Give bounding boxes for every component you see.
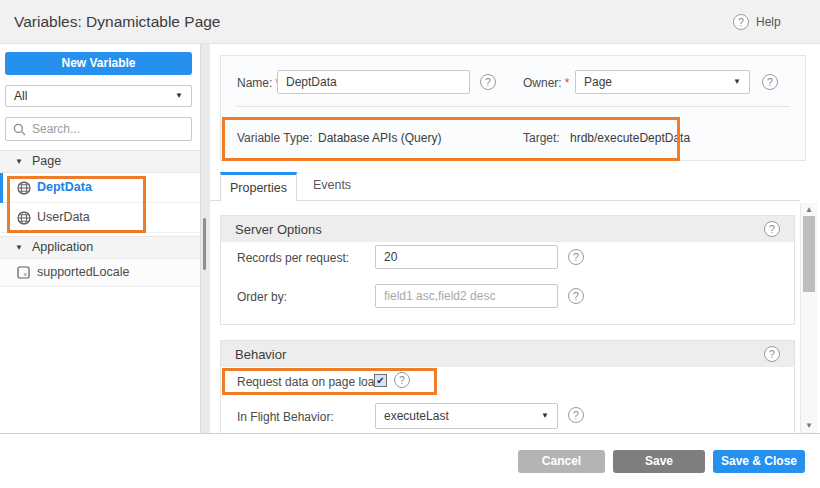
selected-indicator: [0, 173, 3, 203]
sidebar-item-label: DeptData: [37, 173, 92, 202]
records-per-request-field[interactable]: [375, 245, 558, 269]
save-button[interactable]: Save: [613, 450, 705, 473]
request-data-help-icon[interactable]: ?: [394, 372, 410, 388]
owner-help-icon[interactable]: ?: [762, 74, 778, 90]
tree-group-page[interactable]: ▼ Page: [0, 150, 200, 173]
variable-type-label: Variable Type:: [237, 131, 313, 145]
owner-select[interactable]: Page ▼: [575, 70, 750, 94]
locale-variable-icon: x: [17, 266, 30, 279]
owner-label: Owner:*: [523, 76, 569, 90]
in-flight-behavior-select[interactable]: executeLast ▼: [375, 403, 558, 429]
new-variable-button[interactable]: New Variable: [5, 52, 192, 75]
records-help-icon[interactable]: ?: [568, 249, 584, 265]
tree-group-label: Application: [32, 237, 93, 258]
required-marker: *: [562, 76, 570, 90]
variable-filter-select[interactable]: All ▼: [5, 85, 192, 107]
scroll-up-icon[interactable]: ▲: [801, 205, 817, 214]
variables-dialog: Variables: Dynamictable Page ? Help New …: [0, 0, 820, 488]
page-title: Variables: Dynamictable Page: [14, 0, 221, 44]
service-variable-icon: [17, 211, 31, 225]
server-options-header: Server Options ?: [221, 216, 794, 242]
name-label: Name:*: [237, 76, 280, 90]
content-scrollbar-thumb[interactable]: [803, 216, 815, 292]
section-help-icon[interactable]: ?: [764, 221, 780, 237]
order-by-help-icon[interactable]: ?: [568, 288, 584, 304]
scroll-down-icon[interactable]: ▼: [801, 421, 817, 430]
sidebar-item-deptdata[interactable]: DeptData: [0, 173, 200, 203]
sidebar-item-label: supportedLocale: [37, 259, 129, 286]
search-box: [5, 117, 192, 141]
dialog-footer: Cancel Save Save & Close: [0, 433, 820, 488]
panel-divider: [237, 106, 790, 107]
section-help-icon[interactable]: ?: [764, 346, 780, 362]
order-by-field[interactable]: [375, 284, 558, 308]
section-title: Server Options: [235, 222, 322, 237]
chevron-down-icon: ▼: [175, 86, 183, 106]
search-input[interactable]: [32, 119, 187, 139]
in-flight-behavior-label: In Flight Behavior:: [237, 410, 334, 424]
section-title: Behavior: [235, 347, 286, 362]
order-by-label: Order by:: [237, 290, 287, 304]
in-flight-help-icon[interactable]: ?: [568, 407, 584, 423]
owner-value: Page: [584, 75, 612, 89]
request-data-checkbox[interactable]: ✔: [374, 374, 387, 387]
tab-events[interactable]: Events: [297, 172, 367, 201]
tree-group-label: Page: [32, 151, 61, 172]
cancel-button[interactable]: Cancel: [518, 450, 605, 473]
behavior-header: Behavior ?: [221, 341, 794, 367]
filter-value: All: [14, 89, 27, 103]
tab-properties[interactable]: Properties: [220, 172, 297, 201]
sidebar-item-label: UserData: [37, 203, 90, 232]
sidebar-scrollbar-thumb[interactable]: [203, 218, 206, 270]
target-value: hrdb/executeDeptData: [570, 131, 690, 145]
save-and-close-button[interactable]: Save & Close: [713, 450, 805, 473]
sidebar-item-userdata[interactable]: UserData: [0, 203, 200, 233]
name-help-icon[interactable]: ?: [480, 74, 496, 90]
chevron-down-icon: ▼: [733, 71, 741, 93]
tree-expanded-icon[interactable]: ▼: [15, 151, 23, 172]
in-flight-value: executeLast: [384, 409, 449, 423]
records-per-request-label: Records per request:: [237, 251, 349, 265]
request-data-label: Request data on page load: [237, 375, 381, 389]
server-options-section: Server Options ?: [220, 215, 795, 325]
name-field[interactable]: [277, 70, 470, 94]
help-label[interactable]: Help: [756, 15, 781, 29]
target-label: Target:: [523, 131, 560, 145]
svg-text:x: x: [24, 271, 27, 277]
tree-group-application[interactable]: ▼ Application: [0, 236, 200, 259]
sidebar-item-supportedlocale[interactable]: x supportedLocale: [0, 259, 200, 287]
tree-expanded-icon[interactable]: ▼: [15, 237, 23, 258]
variable-type-value: Database APIs (Query): [318, 131, 441, 145]
service-variable-icon: [17, 181, 31, 195]
content-scrollbar[interactable]: ▲ ▼: [800, 203, 817, 433]
help-link[interactable]: ? Help: [733, 0, 781, 44]
help-icon[interactable]: ?: [733, 14, 749, 30]
chevron-down-icon: ▼: [541, 404, 549, 428]
